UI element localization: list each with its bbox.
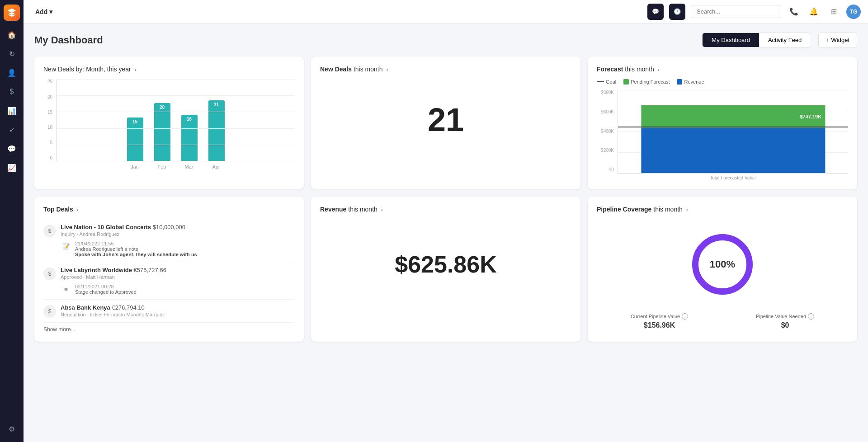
- revenue-arrow[interactable]: ›: [381, 207, 383, 213]
- deal-activity-1: 📝 21/04/2022 11:55 Andrea Rodriguez left…: [43, 241, 295, 257]
- chevron-down-icon: ▾: [49, 8, 52, 15]
- bar-chart: 25 20 15 10 5 0: [43, 79, 295, 169]
- forecast-value-label: $747.19K: [800, 114, 821, 119]
- page-title: My Dashboard: [34, 34, 702, 46]
- sidebar-item-analytics[interactable]: 📈: [3, 159, 20, 176]
- content-area: My Dashboard My Dashboard Activity Feed …: [24, 24, 868, 442]
- donut-chart: 100%: [686, 228, 759, 301]
- avatar[interactable]: TG: [846, 5, 861, 19]
- tab-group: My Dashboard Activity Feed: [702, 33, 811, 47]
- bar-apr-rect: 21: [208, 100, 225, 161]
- pipeline-arrow[interactable]: ›: [686, 207, 688, 213]
- forecast-card: Forecast this month › Goal Pending Forec…: [588, 56, 857, 189]
- sidebar-item-contacts[interactable]: 👤: [3, 64, 20, 81]
- sidebar-item-messages[interactable]: 💬: [3, 140, 20, 157]
- sidebar-item-reports[interactable]: 📊: [3, 102, 20, 119]
- activity-detail-1: Spoke with John's agent, they will sched…: [75, 252, 197, 257]
- forecast-chart: $800K $600K $400K $200K $0: [597, 90, 848, 180]
- activity-time-1: 21/04/2022 11:55: [75, 241, 197, 246]
- deal-icon-2: $: [43, 268, 56, 280]
- pipeline-percentage: 100%: [710, 259, 735, 270]
- forecast-legend: Goal Pending Forecast Revenue: [597, 79, 848, 85]
- needed-info-icon[interactable]: i: [808, 313, 814, 320]
- activity-text-2: Stage changed to Approved: [75, 289, 137, 295]
- forecast-y-800: $800K: [601, 90, 614, 95]
- phone-icon[interactable]: 📞: [787, 5, 801, 19]
- add-widget-button[interactable]: + Widget: [818, 33, 857, 47]
- sidebar-item-deals[interactable]: $: [3, 83, 20, 100]
- dashboard-grid: New Deals by: Month, this year › 25 20 1…: [34, 56, 857, 342]
- activity-text-1: Andrea Rodriguez left a note: [75, 246, 197, 252]
- forecast-revenue-bar: [641, 128, 825, 173]
- pipeline-title: Pipeline Coverage this month ›: [597, 206, 848, 213]
- bar-feb-value: 20: [160, 105, 165, 110]
- forecast-y-600: $600K: [601, 109, 614, 114]
- page-header: My Dashboard My Dashboard Activity Feed …: [34, 33, 857, 47]
- revenue-title: Revenue this month ›: [320, 206, 571, 213]
- tab-activity-feed[interactable]: Activity Feed: [759, 33, 811, 47]
- y-label-10: 10: [47, 125, 52, 130]
- deal-icon-1: $: [43, 225, 56, 237]
- y-label-0: 0: [50, 155, 52, 160]
- sidebar-item-home[interactable]: 🏠: [3, 26, 20, 43]
- new-deals-month-arrow[interactable]: ›: [135, 66, 137, 73]
- search-input[interactable]: [691, 5, 781, 18]
- bar-mar: 16: [181, 115, 198, 161]
- deal-name-3: Absa Bank Kenya €276,794.10: [61, 304, 165, 311]
- y-label-5: 5: [50, 140, 52, 145]
- x-label-apr: Apr: [208, 164, 224, 169]
- sidebar-item-tasks[interactable]: ✓: [3, 121, 20, 138]
- new-deals-this-month-card: New Deals this month › 21: [311, 56, 580, 189]
- chat-icon-button[interactable]: 💬: [647, 4, 664, 20]
- legend-revenue: Revenue: [677, 79, 704, 85]
- deal-sub-2: Approved · Matt Harman: [61, 274, 166, 280]
- forecast-y-0: $0: [609, 167, 614, 172]
- needed-pipeline-value: $0: [756, 321, 814, 329]
- needed-pipeline-label: Pipeline Value Needed i: [756, 313, 814, 320]
- deal-row-3: $ Absa Bank Kenya €276,794.10 Negotiatio…: [43, 304, 295, 318]
- sidebar-item-activity[interactable]: ↻: [3, 45, 20, 62]
- deal-name-2: Live Labyrinth Worldwide €575,727.66: [61, 267, 166, 273]
- add-button[interactable]: Add ▾: [31, 5, 57, 18]
- pipeline-chart: 100%: [597, 219, 848, 310]
- sidebar-logo[interactable]: [4, 5, 20, 21]
- legend-pending: Pending Forecast: [623, 79, 670, 85]
- bell-icon[interactable]: 🔔: [807, 5, 821, 19]
- forecast-y-200: $200K: [601, 148, 614, 153]
- current-info-icon[interactable]: i: [682, 313, 688, 320]
- new-deals-this-month-arrow[interactable]: ›: [386, 66, 388, 73]
- activity-time-2: 02/11/2021 00:28: [75, 284, 137, 289]
- y-label-20: 20: [47, 94, 52, 99]
- revenue-card: Revenue this month › $625.86K: [311, 197, 580, 342]
- new-deals-this-month-title: New Deals this month ›: [320, 66, 571, 73]
- deal-row-1: $ Live Nation - 10 Global Concerts $10,0…: [43, 224, 295, 237]
- top-deals-card: Top Deals › $ Live Nation - 10 Global Co…: [34, 197, 304, 342]
- deal-activity-2: ≡ 02/11/2021 00:28 Stage changed to Appr…: [43, 284, 295, 295]
- new-deals-by-month-card: New Deals by: Month, this year › 25 20 1…: [34, 56, 304, 189]
- forecast-pending-bar: $747.19K: [641, 105, 825, 128]
- current-pipeline-stat: Current Pipeline Value i $156.96K: [631, 313, 688, 329]
- stage-icon: ≡: [61, 284, 71, 295]
- current-pipeline-label: Current Pipeline Value i: [631, 313, 688, 320]
- revenue-big-number: $625.86K: [320, 219, 571, 310]
- grid-icon[interactable]: ⊞: [826, 5, 841, 19]
- current-pipeline-value: $156.96K: [631, 321, 688, 329]
- top-deals-arrow[interactable]: ›: [77, 207, 79, 213]
- bar-mar-value: 16: [187, 117, 192, 122]
- deal-item-2: $ Live Labyrinth Worldwide €575,727.66 A…: [43, 262, 295, 300]
- bar-jan: 15: [127, 118, 143, 161]
- deal-name-1: Live Nation - 10 Global Concerts $10,000…: [61, 224, 185, 230]
- forecast-arrow[interactable]: ›: [658, 66, 660, 73]
- main-area: Add ▾ 💬 🕐 📞 🔔 ⊞ TG My Dashboard My Dashb…: [24, 0, 868, 442]
- pipeline-coverage-card: Pipeline Coverage this month › 100%: [588, 197, 857, 342]
- needed-pipeline-stat: Pipeline Value Needed i $0: [756, 313, 814, 329]
- new-deals-by-month-title: New Deals by: Month, this year ›: [43, 66, 295, 73]
- tab-my-dashboard[interactable]: My Dashboard: [703, 33, 759, 47]
- deal-row-2: $ Live Labyrinth Worldwide €575,727.66 A…: [43, 267, 295, 280]
- clock-icon-button[interactable]: 🕐: [669, 4, 685, 20]
- y-label-15: 15: [47, 110, 52, 115]
- sidebar-item-settings[interactable]: ⚙: [3, 420, 20, 437]
- show-more-button[interactable]: Show more...: [43, 326, 295, 333]
- sidebar: 🏠 ↻ 👤 $ 📊 ✓ 💬 📈 ⚙: [0, 0, 24, 442]
- bar-mar-rect: 16: [181, 115, 198, 161]
